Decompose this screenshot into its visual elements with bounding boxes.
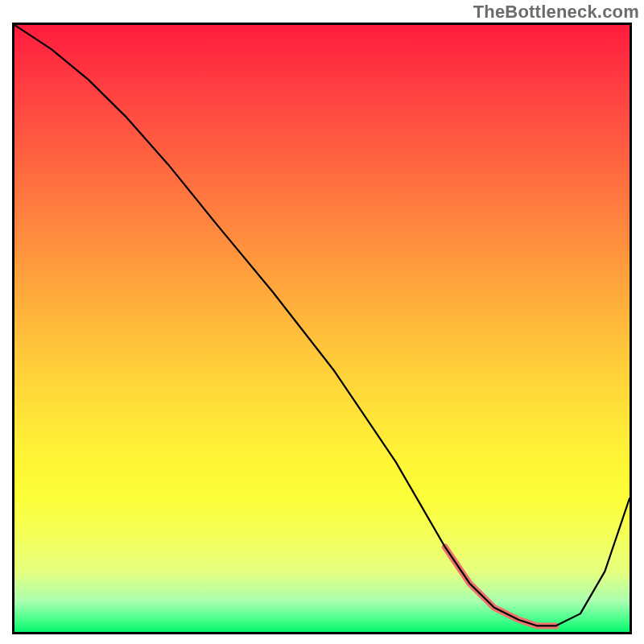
main-curve [14,25,630,625]
highlight-segment [445,547,556,625]
watermark-text: TheBottleneck.com [473,2,639,23]
plot-area [12,23,632,634]
curve-overlay [14,25,630,632]
chart-canvas: TheBottleneck.com [0,0,644,644]
